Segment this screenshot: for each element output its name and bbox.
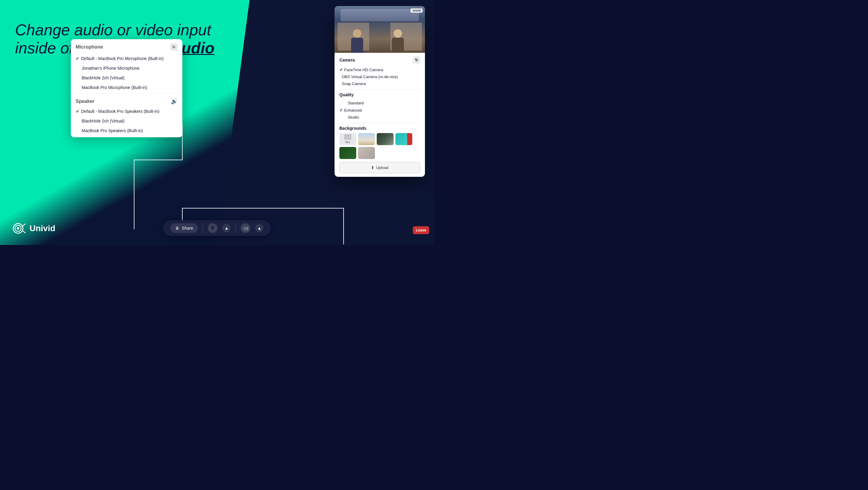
bg-forest-option[interactable] bbox=[339, 147, 356, 159]
upload-button[interactable]: ⬆ Upload bbox=[339, 162, 420, 173]
quality-option-standard[interactable]: Standard bbox=[339, 99, 420, 107]
logo: Univid bbox=[12, 221, 56, 236]
bottom-toolbar: 🖥 Share 🎙 ▲ 📹 ▲ bbox=[163, 220, 271, 236]
microphone-refresh-button[interactable]: ↻ bbox=[170, 44, 178, 51]
mic-option-3[interactable]: MacBook Pro Microphone (Built-in) bbox=[71, 83, 182, 92]
microphone-dropdown: Microphone ↻ ✓ Default - MacBook Pro Mic… bbox=[71, 39, 182, 137]
camera-option-2[interactable]: Snap Camera bbox=[339, 80, 420, 87]
speaker-option-0[interactable]: ✓ Default - MacBook Pro Speakers (Built-… bbox=[71, 107, 182, 116]
speaker-section-header: Speaker 🔊 bbox=[71, 95, 182, 107]
quality-option-enhanced[interactable]: ✓ Enhanced bbox=[339, 107, 420, 114]
enhanced-check-icon: ✓ bbox=[339, 108, 343, 113]
backgrounds-section-title: Backgrounds bbox=[339, 126, 420, 131]
share-button[interactable]: 🖥 Share bbox=[170, 223, 198, 233]
video-preview: Univid bbox=[335, 6, 425, 53]
bg-keyboard-option[interactable] bbox=[358, 147, 375, 159]
camera-refresh-button[interactable]: ↻ bbox=[413, 56, 420, 64]
logo-text: Univid bbox=[30, 224, 56, 233]
check-icon: ✓ bbox=[339, 67, 343, 72]
video-watermark: Univid bbox=[410, 8, 423, 13]
bg-teal-option[interactable] bbox=[396, 133, 412, 145]
svg-point-2 bbox=[17, 227, 19, 230]
svg-line-3 bbox=[22, 224, 25, 226]
mic-option-1[interactable]: Jonathan's iPhone Microphone bbox=[71, 63, 182, 73]
bg-blur-option[interactable]: Blur bbox=[339, 133, 356, 145]
backgrounds-grid: Blur bbox=[339, 133, 420, 159]
settings-panel: Univid Camera ↻ ✓ FaceTime HD Camera OBS… bbox=[335, 6, 425, 177]
speaker-volume-icon: 🔊 bbox=[171, 98, 178, 105]
bg-road-option[interactable] bbox=[377, 133, 394, 145]
mic-option-2[interactable]: BlackHole 2ch (Virtual) bbox=[71, 73, 182, 83]
camera-button[interactable]: 📹 bbox=[241, 223, 250, 233]
exit-button[interactable]: Leave bbox=[413, 226, 429, 234]
svg-line-4 bbox=[22, 231, 25, 233]
camera-chevron[interactable]: ▲ bbox=[255, 224, 264, 232]
speaker-option-1[interactable]: BlackHole 2ch (Virtual) bbox=[71, 116, 182, 126]
quality-section-title: Quality bbox=[339, 92, 420, 97]
microphone-dropdown-title: Microphone bbox=[76, 45, 103, 50]
bg-mountains-option[interactable] bbox=[358, 133, 375, 145]
speaker-option-2[interactable]: MacBook Pro Speakers (Built-in) bbox=[71, 126, 182, 137]
camera-section-title: Camera ↻ bbox=[339, 56, 420, 64]
mic-option-0[interactable]: ✓ Default - MacBook Pro Microphone (Buil… bbox=[71, 54, 182, 63]
quality-option-studio[interactable]: Studio bbox=[339, 114, 420, 121]
camera-option-1[interactable]: OBS Virtual Camera (m-de:vice) bbox=[339, 73, 420, 80]
microphone-button[interactable]: 🎙 bbox=[208, 223, 218, 233]
camera-option-0[interactable]: ✓ FaceTime HD Camera bbox=[339, 66, 420, 73]
microphone-chevron[interactable]: ▲ bbox=[222, 224, 231, 232]
speaker-section-title: Speaker bbox=[76, 99, 94, 104]
